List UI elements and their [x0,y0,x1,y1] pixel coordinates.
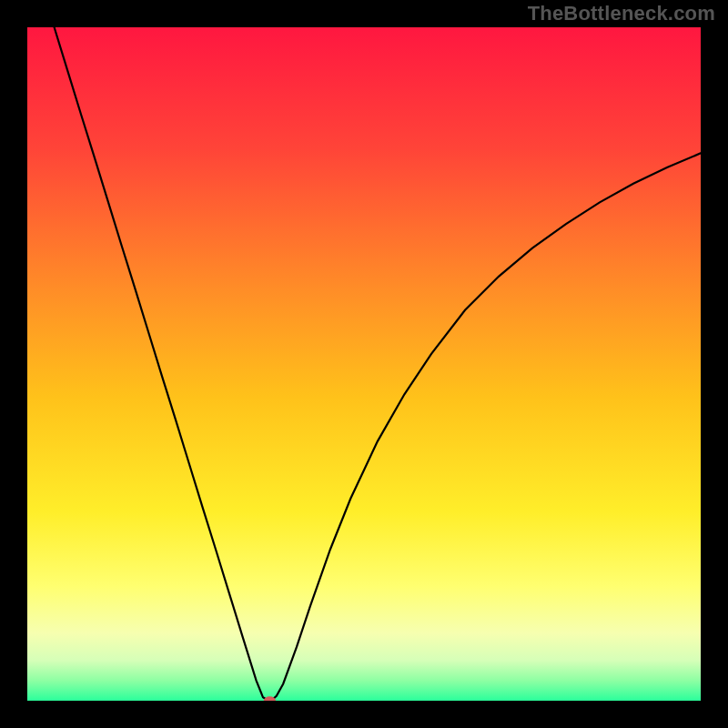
watermark-text: TheBottleneck.com [528,2,715,25]
plot-area [27,27,701,701]
chart-frame: TheBottleneck.com [0,0,728,728]
gradient-background [27,27,701,701]
chart-svg [27,27,701,701]
